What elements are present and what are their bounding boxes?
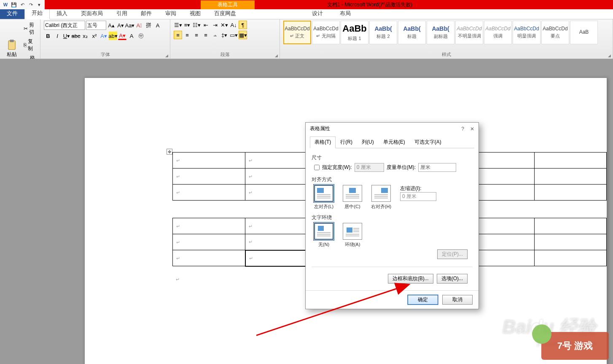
style-item[interactable]: AaBbCcDd强调 — [484, 21, 512, 44]
grow-font-icon[interactable]: A▴ — [107, 21, 116, 29]
help-icon[interactable]: ? — [461, 126, 464, 132]
tab-table-design[interactable]: 设计 — [304, 8, 331, 19]
increase-indent-icon[interactable]: ⇥ — [211, 21, 219, 29]
show-marks-icon[interactable]: ¶ — [239, 21, 247, 29]
cancel-button[interactable]: 取消 — [442, 295, 473, 305]
styles-launcher-icon[interactable]: ◢ — [608, 54, 611, 58]
font-size-select[interactable] — [86, 21, 106, 30]
font-color-icon[interactable]: A▾ — [118, 32, 126, 40]
style-item[interactable]: AaBbCcDd明显强调 — [513, 21, 540, 44]
customize-qat-icon[interactable]: ▾ — [35, 1, 43, 8]
phonetic-guide-icon[interactable]: 拼 — [144, 21, 153, 29]
distributed-icon[interactable]: ⫠ — [211, 31, 219, 39]
line-spacing-icon[interactable]: ‡▾ — [220, 31, 229, 39]
style-item[interactable]: AaB — [570, 21, 598, 44]
ok-button[interactable]: 确定 — [408, 295, 438, 305]
borders-icon[interactable]: ▦▾ — [239, 31, 247, 39]
font-name-select[interactable] — [44, 21, 85, 30]
highlight-icon[interactable]: ab▾ — [109, 32, 117, 40]
save-icon[interactable]: 💾 — [10, 1, 18, 8]
char-shading-icon[interactable]: A — [127, 32, 136, 40]
sort-icon[interactable]: A↓ — [229, 21, 238, 29]
style-item[interactable]: AaBb(标题 2 — [369, 21, 397, 44]
style-preview: AaBbCcDd — [457, 26, 481, 32]
align-left-label: 左对齐(L) — [314, 203, 333, 210]
tab-view[interactable]: 视图 — [183, 8, 207, 19]
ribbon-group-clipboard: 粘贴 ✂剪切 ⎘复制 🖌格式刷 剪贴板◢ — [0, 19, 40, 59]
style-gallery[interactable]: AaBbCcDd↵ 正文AaBbCcDd↵ 无间隔AaBb标题 1AaBb(标题… — [283, 21, 598, 51]
style-item[interactable]: AaBbCcDd要点 — [541, 21, 569, 44]
tab-review[interactable]: 审阅 — [159, 8, 183, 19]
tab-page-layout[interactable]: 页面布局 — [74, 8, 110, 19]
align-center-option[interactable]: 居中(C) — [340, 185, 365, 210]
multilevel-icon[interactable]: ☷▾ — [192, 21, 201, 29]
char-border-icon[interactable]: A — [153, 21, 162, 29]
bullets-icon[interactable]: ☰▾ — [174, 21, 182, 29]
wrap-around-option[interactable]: 环绕(A) — [340, 223, 365, 248]
svg-rect-2 — [317, 188, 324, 193]
tab-references[interactable]: 引用 — [110, 8, 134, 19]
ribbon-tabs: 文件 开始 插入 页面布局 引用 邮件 审阅 视图 百度网盘 设计 布局 — [0, 9, 613, 19]
dialog-tab-alt-text[interactable]: 可选文字(A) — [410, 136, 446, 148]
style-item[interactable]: AaBbCcDd↵ 正文 — [283, 21, 311, 44]
strikethrough-icon[interactable]: abc — [72, 32, 80, 40]
paragraph-launcher-icon[interactable]: ◢ — [275, 54, 278, 58]
subscript-icon[interactable]: x₂ — [81, 32, 89, 40]
justify-icon[interactable]: ≡ — [202, 31, 210, 39]
underline-icon[interactable]: U▾ — [62, 32, 71, 40]
style-item[interactable]: AaBb(副标题 — [427, 21, 454, 44]
dialog-tab-table[interactable]: 表格(T) — [310, 136, 336, 148]
wrap-none-option[interactable]: 无(N) — [312, 223, 336, 248]
undo-icon[interactable]: ↶ — [19, 1, 26, 8]
dialog-titlebar[interactable]: 表格属性 ? ✕ — [306, 123, 479, 135]
decrease-indent-icon[interactable]: ⇤ — [202, 21, 210, 29]
preferred-width-input — [355, 163, 384, 172]
superscript-icon[interactable]: x² — [90, 32, 99, 40]
close-icon[interactable]: ✕ — [470, 126, 474, 132]
font-launcher-icon[interactable]: ◢ — [165, 54, 168, 58]
dialog-tab-column[interactable]: 列(U) — [357, 136, 379, 148]
align-right-option[interactable]: 右对齐(H) — [369, 185, 393, 210]
style-item[interactable]: AaBbCcDd不明显强调 — [455, 21, 483, 44]
align-center-icon[interactable]: ≡ — [183, 31, 191, 39]
style-preview: AaBbCcDd — [543, 26, 567, 32]
dialog-tab-cell[interactable]: 单元格(E) — [379, 136, 410, 148]
tab-mailings[interactable]: 邮件 — [134, 8, 159, 19]
asian-layout-icon[interactable]: ✕▾ — [220, 21, 229, 29]
preferred-width-checkbox[interactable] — [314, 165, 320, 170]
options-button[interactable]: 选项(O)... — [437, 274, 468, 284]
font-group-label: 字体 — [101, 52, 110, 57]
ribbon: 粘贴 ✂剪切 ⎘复制 🖌格式刷 剪贴板◢ A▴ A▾ Aa▾ A⃠ 拼 A — [0, 19, 613, 59]
tab-file[interactable]: 文件 — [0, 8, 24, 19]
borders-shading-button[interactable]: 边框和底纹(B)... — [388, 274, 433, 284]
clear-format-icon[interactable]: A⃠ — [135, 21, 143, 29]
ribbon-group-paragraph: ☰▾ ≡▾ ☷▾ ⇤ ⇥ ✕▾ A↓ ¶ ≡ ≡ ≡ ≡ ⫠ ‡▾ ▭▾ ▦▾ … — [170, 19, 280, 59]
indent-input[interactable] — [400, 192, 436, 201]
style-item[interactable]: AaBb(标题 — [398, 21, 426, 44]
ribbon-group-font: A▴ A▾ Aa▾ A⃠ 拼 A B I U▾ abc x₂ x² A▾ ab▾… — [40, 19, 170, 59]
tab-insert[interactable]: 插入 — [50, 8, 74, 19]
align-left-icon[interactable]: ≡ — [174, 31, 182, 39]
change-case-icon[interactable]: Aa▾ — [126, 21, 134, 29]
italic-icon[interactable]: I — [53, 32, 62, 40]
cut-button[interactable]: ✂剪切 — [22, 21, 37, 37]
numbering-icon[interactable]: ≡▾ — [183, 21, 191, 29]
style-item[interactable]: AaBb标题 1 — [341, 21, 368, 44]
copy-button[interactable]: ⎘复制 — [22, 37, 37, 53]
wrap-none-label: 无(N) — [318, 241, 329, 248]
align-right-icon[interactable]: ≡ — [192, 31, 201, 39]
dialog-tab-row[interactable]: 行(R) — [336, 136, 357, 148]
align-center-label: 居中(C) — [344, 203, 360, 210]
enclose-char-icon[interactable]: ㊥ — [137, 32, 145, 40]
tab-table-layout[interactable]: 布局 — [331, 8, 359, 19]
text-effects-icon[interactable]: A▾ — [99, 32, 108, 40]
shrink-font-icon[interactable]: A▾ — [116, 21, 125, 29]
tab-baidu-pan[interactable]: 百度网盘 — [207, 8, 243, 19]
redo-icon[interactable]: ↷ — [27, 1, 35, 8]
align-left-option[interactable]: 左对齐(L) — [312, 185, 336, 210]
window-title: 文档1 - Microsoft Word(产品激活失败) — [327, 1, 412, 8]
bold-icon[interactable]: B — [44, 32, 52, 40]
shading-icon[interactable]: ▭▾ — [229, 31, 238, 39]
table-move-handle-icon[interactable]: ✥ — [167, 149, 172, 155]
style-item[interactable]: AaBbCcDd↵ 无间隔 — [312, 21, 340, 44]
